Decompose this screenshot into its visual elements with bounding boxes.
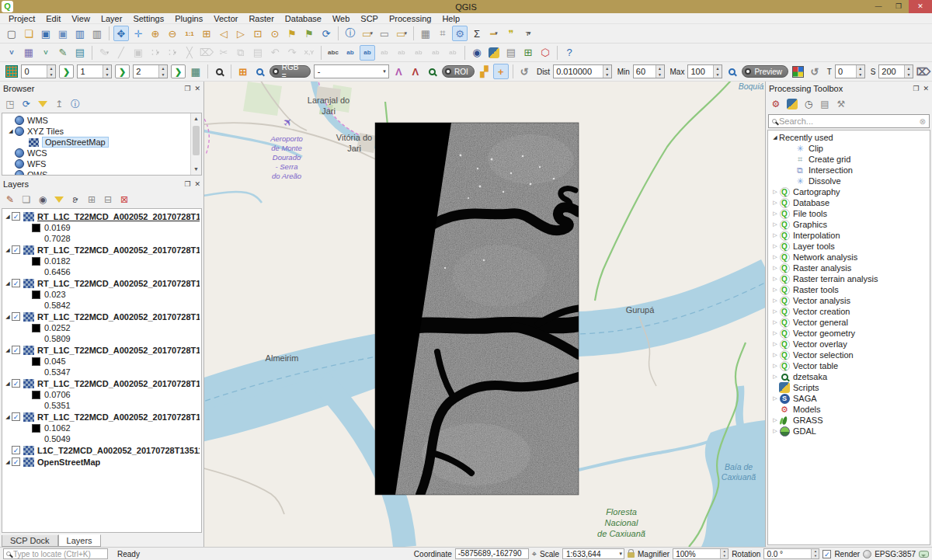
expander-icon[interactable]: ▷ — [771, 374, 779, 380]
scp-zoom-roi-icon[interactable] — [425, 64, 440, 79]
layer-checkbox[interactable]: ✓ — [12, 446, 20, 454]
processing-start-icon[interactable]: ⚙ — [769, 97, 783, 111]
menu-item-web[interactable]: Web — [327, 13, 355, 24]
menu-item-plugins[interactable]: Plugins — [169, 13, 208, 24]
scp-zoom-icon[interactable] — [212, 64, 227, 79]
layer-row[interactable]: ◢✓RT_L1C_T22MCD_A002052_20170728T135115_… — [4, 377, 200, 389]
layer-checkbox[interactable]: ✓ — [12, 212, 20, 221]
expander-icon[interactable]: ▷ — [771, 189, 779, 195]
layer-row[interactable]: ◢✓RT_L1C_T22MCD_A002052_20170728T135115_… — [4, 411, 200, 423]
layers-filter-expression-icon[interactable]: ε▾ — [68, 193, 82, 207]
menu-item-project[interactable]: Project — [3, 13, 40, 24]
new-print-layout-icon[interactable]: ▥ — [72, 26, 88, 41]
pan-to-selection-icon[interactable]: ✛ — [130, 26, 146, 41]
spin-arrows[interactable]: ▲▼ — [103, 65, 111, 78]
expander-open-icon[interactable]: ◢ — [4, 347, 12, 353]
scp-rgb-quarters-icon[interactable] — [791, 64, 805, 79]
close-button[interactable]: ✕ — [909, 0, 932, 13]
scp-s-spin[interactable]: 200▲▼ — [878, 64, 913, 78]
topology-checker-icon[interactable]: ⬡ — [537, 45, 553, 61]
processing-group-graphics[interactable]: ▷QGraphics — [768, 219, 930, 230]
processing-options-icon[interactable]: ⚒ — [834, 97, 848, 111]
statistical-summary-icon[interactable]: Σ — [469, 26, 485, 41]
layer-checkbox[interactable]: ✓ — [12, 245, 20, 254]
menu-item-help[interactable]: Help — [436, 13, 465, 24]
processing-toolbox-icon[interactable]: ⚙ — [452, 26, 468, 41]
scp-max-spin[interactable]: 100▲▼ — [687, 64, 722, 78]
processing-tool-create-grid[interactable]: ⌗Create grid — [768, 154, 930, 165]
select-by-expression-icon[interactable]: ▭▾ — [394, 26, 409, 41]
layers-collapse-all-icon[interactable]: ⊟ — [101, 193, 115, 207]
scp-band2-apply-button[interactable]: ❯ — [115, 64, 130, 78]
new-bookmark-icon[interactable]: ⚑ — [284, 26, 300, 41]
zoom-to-layer-icon[interactable]: ⊡ — [250, 26, 266, 41]
processing-provider-scripts[interactable]: Scripts — [768, 382, 930, 393]
browser-item-ows[interactable]: OWS — [4, 169, 190, 176]
processing-group-vector-table[interactable]: ▷QVector table — [768, 360, 930, 371]
processing-tool-clip[interactable]: ✳Clip — [768, 143, 930, 154]
layers-filter-icon[interactable] — [52, 193, 66, 207]
layers-map-themes-icon[interactable]: ◉ — [36, 193, 50, 207]
processing-group-vector-creation[interactable]: ▷QVector creation — [768, 306, 930, 317]
processing-group-database[interactable]: ▷QDatabase — [768, 197, 930, 208]
layer-checkbox[interactable]: ✓ — [12, 312, 20, 321]
expander-open-icon[interactable]: ◢ — [7, 128, 15, 134]
scp-band1-spin[interactable]: 0▲▼ — [21, 64, 56, 78]
spin-arrows[interactable]: ▲▼ — [158, 65, 167, 78]
spin-arrows[interactable]: ▲▼ — [656, 65, 664, 78]
expander-icon[interactable]: ▷ — [771, 276, 779, 282]
spin-arrows[interactable]: ▲▼ — [713, 65, 722, 78]
rotation-spin[interactable]: 0.0 ° ▲▼ — [763, 548, 819, 559]
processing-close-icon[interactable]: ✕ — [923, 85, 929, 92]
spin-arrows[interactable]: ▲▼ — [47, 65, 55, 78]
render-checkbox[interactable]: ✓ — [822, 550, 831, 558]
layers-float-icon[interactable]: ❐ — [184, 180, 190, 188]
metasearch-icon[interactable]: ◉ — [469, 45, 485, 61]
spin-arrows[interactable]: ▲▼ — [904, 65, 913, 78]
expander-open-icon[interactable]: ◢ — [4, 414, 12, 420]
show-bookmarks-icon[interactable]: ⚑ — [301, 26, 317, 41]
scp-band3-apply-button[interactable]: ❯ — [171, 64, 186, 78]
browser-collapse-all-icon[interactable]: ↥ — [52, 97, 66, 111]
select-features-icon[interactable]: ▭▾ — [360, 26, 375, 41]
processing-provider-dzetsaka[interactable]: ▷dzetsaka — [768, 371, 930, 382]
scp-band3-spin[interactable]: 2▲▼ — [133, 64, 168, 78]
scp-raster-preview[interactable] — [375, 123, 579, 495]
dock-tab-scp-dock[interactable]: SCP Dock — [2, 535, 58, 547]
processing-group-cartography[interactable]: ▷QCartography — [768, 186, 930, 197]
expander-open-icon[interactable]: ◢ — [4, 247, 12, 253]
add-mesh-layer-icon[interactable]: V — [38, 45, 54, 61]
menu-item-raster[interactable]: Raster — [243, 13, 279, 24]
expander-open-icon[interactable]: ◢ — [4, 381, 12, 387]
layer-row[interactable]: ✓L1C_T22MCD_A002052_20170728T135115_p.jp… — [4, 444, 200, 456]
menu-item-database[interactable]: Database — [280, 13, 327, 24]
expander-icon[interactable]: ▷ — [771, 417, 779, 423]
menu-item-processing[interactable]: Processing — [384, 13, 436, 24]
locate-input[interactable]: Type to locate (Ctrl+K) — [3, 548, 108, 559]
add-delimited-text-icon[interactable]: ✎ — [55, 45, 71, 61]
processing-group-raster-analysis[interactable]: ▷QRaster analysis — [768, 263, 930, 273]
menu-item-edit[interactable]: Edit — [40, 13, 66, 24]
menu-item-vector[interactable]: Vector — [208, 13, 243, 24]
expander-icon[interactable]: ▷ — [771, 265, 779, 271]
processing-group-layer-tools[interactable]: ▷QLayer tools — [768, 241, 930, 252]
layer-checkbox[interactable]: ✓ — [12, 457, 20, 466]
map-tips-icon[interactable]: ❞ — [503, 26, 519, 41]
scp-roi-pill[interactable]: ROI — [442, 65, 475, 78]
open-attribute-table-icon[interactable]: ▦ — [418, 26, 433, 41]
layers-style-icon[interactable]: ✎ — [3, 193, 17, 207]
search-clear-icon[interactable]: ⊗ — [920, 117, 926, 126]
zoom-next-icon[interactable]: ▷ — [233, 26, 249, 41]
python-console-icon[interactable] — [486, 45, 502, 61]
processing-group-vector-overlay[interactable]: ▷QVector overlay — [768, 339, 930, 350]
scp-trash-icon[interactable]: ⌦ — [916, 64, 931, 79]
menu-item-view[interactable]: View — [66, 13, 96, 24]
browser-item-xyz-tiles[interactable]: ◢XYZ Tiles — [4, 126, 190, 137]
magnifier-spin[interactable]: 100% ▲▼ — [673, 548, 729, 559]
menu-item-settings[interactable]: Settings — [127, 13, 169, 24]
browser-refresh-icon[interactable]: ⟳ — [19, 97, 33, 111]
zoom-last-icon[interactable]: ◁ — [216, 26, 231, 41]
expander-icon[interactable]: ▷ — [771, 308, 779, 315]
new-project-icon[interactable]: ▢ — [4, 26, 19, 41]
menu-item-layer[interactable]: Layer — [96, 13, 128, 24]
